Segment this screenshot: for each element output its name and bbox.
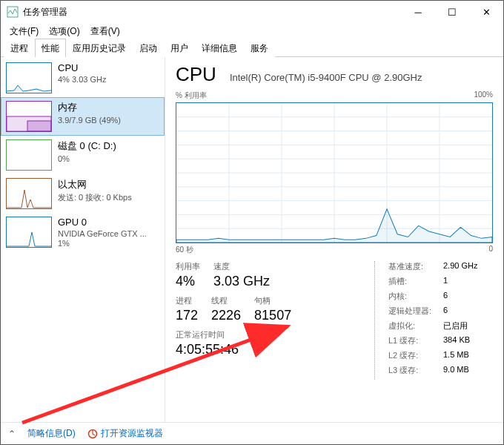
- menu-options[interactable]: 选项(O): [44, 24, 84, 39]
- spec-l1-k: L1 缓存:: [388, 335, 443, 346]
- fewer-details-link[interactable]: 简略信息(D): [27, 427, 76, 440]
- util-value: 4%: [176, 274, 200, 289]
- svg-rect-2: [27, 121, 51, 131]
- sidebar-item-gpu[interactable]: GPU 0NVIDIA GeForce GTX ... 1%: [1, 213, 165, 252]
- window-title: 任务管理器: [23, 6, 401, 19]
- spec-l3-v: 9.0 MB: [443, 365, 469, 376]
- menubar: 文件(F) 选项(O) 查看(V): [1, 23, 503, 39]
- maximize-button[interactable]: ☐: [435, 1, 469, 23]
- spec-base-k: 基准速度:: [388, 261, 443, 272]
- ethernet-thumb-icon: [6, 178, 52, 209]
- sidebar-eth-name: 以太网: [58, 178, 132, 191]
- cpu-thumb-icon: [6, 62, 52, 93]
- sidebar-disk-name: 磁盘 0 (C: D:): [58, 139, 116, 153]
- sidebar-cpu-val: 4% 3.03 GHz: [58, 75, 106, 85]
- resmon-icon: [87, 429, 98, 439]
- spec-l3-k: L3 缓存:: [388, 365, 443, 376]
- footer: ⌃ 简略信息(D) 打开资源监视器: [1, 422, 503, 444]
- main-panel: CPU Intel(R) Core(TM) i5-9400F CPU @ 2.9…: [165, 57, 503, 422]
- chart-label-br: 0: [488, 245, 493, 255]
- sidebar-gpu-name: GPU 0: [58, 217, 147, 228]
- spec-l1-v: 384 KB: [443, 335, 470, 346]
- uptime-value: 4:05:55:46: [176, 342, 359, 357]
- menu-view[interactable]: 查看(V): [86, 24, 125, 39]
- handle-value: 81507: [254, 308, 291, 323]
- sidebar-disk-val: 0%: [58, 154, 116, 164]
- speed-value: 3.03 GHz: [213, 274, 270, 289]
- spec-virt-v: 已启用: [443, 320, 468, 332]
- sidebar-mem-name: 内存: [58, 101, 121, 114]
- tab-services[interactable]: 服务: [244, 39, 275, 57]
- cpu-model: Intel(R) Core(TM) i5-9400F CPU @ 2.90GHz: [230, 72, 422, 83]
- close-button[interactable]: ✕: [469, 1, 503, 23]
- resmon-link[interactable]: 打开资源监视器: [87, 427, 163, 440]
- page-title: CPU: [176, 63, 216, 86]
- spec-core-v: 6: [443, 291, 448, 302]
- spec-base-v: 2.90 GHz: [443, 261, 477, 272]
- sidebar-eth-val: 发送: 0 接收: 0 Kbps: [58, 193, 132, 202]
- tab-startup[interactable]: 启动: [133, 39, 164, 57]
- cpu-chart[interactable]: [176, 102, 493, 243]
- sidebar-mem-val: 3.9/7.9 GB (49%): [58, 116, 121, 125]
- speed-label: 速度: [213, 261, 270, 272]
- sidebar-item-memory[interactable]: 内存3.9/7.9 GB (49%): [1, 97, 165, 136]
- sidebar-cpu-name: CPU: [58, 62, 106, 73]
- spec-l2-v: 1.5 MB: [443, 350, 469, 361]
- thread-value: 2226: [211, 308, 241, 323]
- sidebar: CPU4% 3.03 GHz 内存3.9/7.9 GB (49%) 磁盘 0 (…: [1, 57, 165, 422]
- tab-details[interactable]: 详细信息: [195, 39, 244, 57]
- disk-thumb-icon: [6, 139, 52, 171]
- gpu-thumb-icon: [6, 217, 52, 248]
- proc-label: 进程: [176, 295, 198, 306]
- handle-label: 句柄: [254, 295, 291, 306]
- sidebar-item-cpu[interactable]: CPU4% 3.03 GHz: [1, 59, 165, 97]
- app-icon: [7, 6, 19, 18]
- spec-virt-k: 虚拟化:: [388, 320, 443, 332]
- chart-label-bl: 60 秒: [176, 245, 193, 255]
- spec-l2-k: L2 缓存:: [388, 350, 443, 361]
- uptime-label: 正常运行时间: [176, 329, 359, 340]
- tab-users[interactable]: 用户: [164, 39, 195, 57]
- memory-thumb-icon: [6, 101, 52, 132]
- spec-core-k: 内核:: [388, 291, 443, 302]
- expand-icon[interactable]: ⌃: [8, 429, 16, 439]
- spec-lp-k: 逻辑处理器:: [388, 306, 443, 317]
- sidebar-gpu-val: NVIDIA GeForce GTX ... 1%: [58, 229, 147, 248]
- thread-label: 线程: [211, 295, 241, 306]
- spec-sock-k: 插槽:: [388, 276, 443, 287]
- tab-processes[interactable]: 进程: [4, 39, 35, 57]
- chart-label-tl: % 利用率: [176, 90, 207, 101]
- proc-value: 172: [176, 308, 198, 323]
- titlebar: 任务管理器 ─ ☐ ✕: [1, 1, 503, 23]
- menu-file[interactable]: 文件(F): [5, 24, 43, 39]
- spec-sock-v: 1: [443, 276, 448, 287]
- tab-performance[interactable]: 性能: [35, 39, 66, 57]
- sidebar-item-ethernet[interactable]: 以太网发送: 0 接收: 0 Kbps: [1, 174, 165, 213]
- spec-lp-v: 6: [443, 306, 448, 317]
- tabbar: 进程 性能 应用历史记录 启动 用户 详细信息 服务: [1, 39, 503, 57]
- chart-label-tr: 100%: [474, 90, 493, 101]
- util-label: 利用率: [176, 261, 200, 272]
- sidebar-item-disk[interactable]: 磁盘 0 (C: D:)0%: [1, 136, 165, 174]
- minimize-button[interactable]: ─: [401, 1, 435, 23]
- tab-app-history[interactable]: 应用历史记录: [66, 39, 133, 57]
